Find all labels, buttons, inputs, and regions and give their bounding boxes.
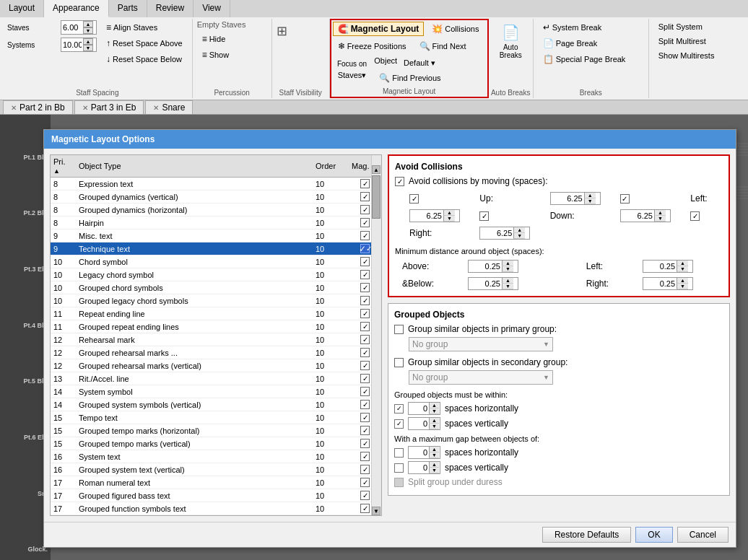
below-arrow-up[interactable]: ▲ [502,278,513,284]
left-arrow-dn[interactable]: ▼ [443,216,455,222]
below-arrow-dn[interactable]: ▼ [502,284,513,289]
left-checkbox[interactable] [620,194,630,204]
table-row[interactable]: 15 Grouped tempo marks (vertical) 10 [51,437,381,450]
cancel-button[interactable]: Cancel [677,527,729,543]
mag-checkbox[interactable] [360,283,370,292]
above-arrow-up[interactable]: ▲ [502,261,513,266]
primary-group-dropdown[interactable]: No group ▼ [409,337,553,351]
up-arrow-dn[interactable]: ▼ [584,198,596,204]
staves-value[interactable] [61,22,83,32]
left-spin[interactable]: ▲ ▼ [409,209,460,222]
table-row[interactable]: 9 Misc. text 10 [51,229,381,242]
scroll-thumb[interactable] [372,175,380,219]
mag-checkbox[interactable] [360,478,370,487]
systems-input[interactable]: ▲ ▼ [61,38,97,52]
tab-review[interactable]: Review [147,0,193,17]
show-multirests-button[interactable]: Show Multirests [653,49,720,62]
max-vert-checkbox[interactable] [394,463,404,473]
mag-checkbox[interactable] [360,296,370,305]
down-checkbox[interactable] [479,211,489,221]
table-row[interactable]: 11 Repeat ending line 10 [51,307,381,320]
mag-checkbox[interactable] [360,387,370,396]
table-row[interactable]: 8 Grouped dynamics (vertical) 10 [51,191,381,204]
staves-up[interactable]: ▲ [83,21,93,27]
wv-arrow-up[interactable]: ▲ [429,418,439,424]
tab-view[interactable]: View [193,0,230,17]
max-horiz-spin[interactable]: ▲ ▼ [408,446,440,459]
col-header-type[interactable]: Object Type [76,155,313,178]
table-scrollbar[interactable]: ▲ ▼ [371,155,381,515]
systems-arrows[interactable]: ▲ ▼ [83,38,93,51]
within-horiz-checkbox[interactable] [394,404,404,414]
right-arrow-dn[interactable]: ▼ [513,233,525,239]
systems-value[interactable] [61,40,83,50]
mag-checkbox[interactable] [360,504,370,513]
table-row[interactable]: 8 Grouped dynamics (horizontal) 10 [51,204,381,216]
min-left-spin[interactable]: ▲ ▼ [643,260,693,273]
mag-checkbox[interactable] [360,413,370,422]
min-left-value[interactable] [643,261,677,272]
up-value[interactable] [551,193,584,204]
split-system-button[interactable]: Split System [653,20,708,33]
min-left-arrow-up[interactable]: ▲ [677,261,688,266]
mh-arrow-up[interactable]: ▲ [429,447,439,452]
staves-arrows[interactable]: ▲ ▼ [83,21,93,34]
mag-checkbox[interactable] [360,465,370,474]
min-right-spin[interactable]: ▲ ▼ [643,277,693,290]
table-row[interactable]: 10 Grouped chord symbols 10 [51,281,381,294]
within-vert-checkbox[interactable] [394,419,404,429]
down-arrow-dn[interactable]: ▼ [654,216,666,222]
table-row-selected[interactable]: 9 Technique text 10 ✓ [51,242,381,255]
reset-below-button[interactable]: ↓ Reset Space Below [101,52,188,66]
avoid-main-checkbox[interactable] [395,177,404,186]
mag-checkbox[interactable] [360,218,370,227]
wv-arrow-dn[interactable]: ▼ [429,424,439,429]
staves-dn[interactable]: ▼ [83,27,93,34]
within-vert-value[interactable] [409,418,429,429]
table-row[interactable]: 14 Grouped system symbols (vertical) 10 [51,398,381,411]
table-row[interactable]: 11 Grouped repeat ending lines 10 [51,320,381,333]
mag-checkbox[interactable] [360,491,370,500]
restore-defaults-button[interactable]: Restore Defaults [542,527,631,543]
table-row[interactable]: 17 Grouped figured bass text 10 [51,489,381,502]
wh-arrow-dn[interactable]: ▼ [429,408,439,414]
split-group-checkbox[interactable] [394,478,404,487]
table-row[interactable]: 12 Rehearsal mark 10 [51,333,381,346]
up-spin[interactable]: ▲ ▼ [550,192,601,205]
mag-checkbox[interactable] [360,335,370,344]
above-spin[interactable]: ▲ ▼ [468,260,518,273]
mag-checkbox[interactable] [360,322,370,331]
special-page-break-button[interactable]: 📋 Special Page Break [538,52,631,66]
mag-checkbox[interactable] [360,374,370,383]
tab-part3eb[interactable]: ✕ Part 3 in Eb [74,100,144,114]
systems-up[interactable]: ▲ [83,38,93,45]
mag-checkbox[interactable] [360,309,370,318]
above-arrow-dn[interactable]: ▼ [502,266,513,272]
mag-checkbox[interactable] [360,439,370,448]
table-row[interactable]: 16 Grouped system text (vertical) 10 [51,463,381,476]
up-arrow-up[interactable]: ▲ [584,193,596,198]
left-arrow-up[interactable]: ▲ [443,210,455,216]
mag-checkbox[interactable] [360,270,370,279]
table-row[interactable]: 14 System symbol 10 [51,385,381,398]
collisions-button[interactable]: 💥 Collisions [427,22,484,36]
col-header-order[interactable]: Order [313,155,349,178]
default-dropdown[interactable]: Default ▾ [399,56,440,70]
tab-part2bb[interactable]: ✕ Part 2 in Bb [3,100,73,114]
down-spin[interactable]: ▲ ▼ [620,209,671,222]
mag-checkbox[interactable] [360,192,370,201]
table-row[interactable]: 8 Expression text 10 [51,178,381,191]
mag-checkbox[interactable] [360,400,370,409]
table-row[interactable]: 10 Grouped legacy chord symbols 10 [51,294,381,307]
max-vert-spin[interactable]: ▲ ▼ [408,461,440,474]
secondary-group-checkbox[interactable] [394,358,404,367]
table-row[interactable]: 10 Chord symbol 10 [51,255,381,268]
mag-checkbox[interactable]: ✓ [360,244,370,253]
max-vert-value[interactable] [409,462,429,473]
mag-checkbox[interactable] [360,257,370,266]
table-row[interactable]: 17 Roman numeral text 10 [51,476,381,489]
split-multirest-button[interactable]: Split Multirest [653,35,711,48]
right-checkbox[interactable] [690,211,700,221]
table-row[interactable]: 12 Grouped rehearsal marks (vertical) 10 [51,359,381,372]
scroll-down-btn[interactable]: ▼ [372,507,380,515]
